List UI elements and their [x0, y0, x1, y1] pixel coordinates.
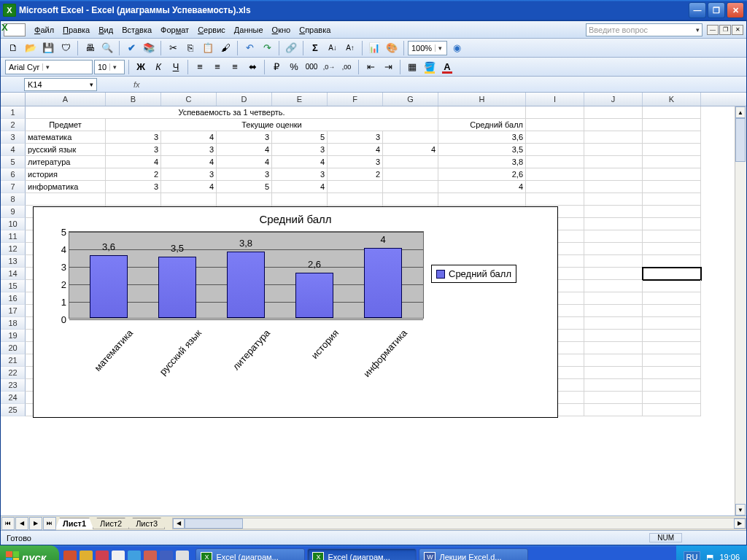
cell-H2[interactable]: Средний балл	[438, 119, 526, 131]
cell-K14[interactable]	[643, 268, 701, 280]
cell-K20[interactable]	[643, 342, 701, 354]
row-header[interactable]: 6	[1, 168, 26, 181]
column-header-G[interactable]: G	[383, 93, 438, 106]
spelling-button[interactable]: ✔	[123, 40, 139, 56]
cell-H4[interactable]: 3,5	[438, 144, 526, 156]
cell-J1[interactable]	[584, 106, 643, 119]
merge-center-button[interactable]: ⬌	[244, 59, 260, 75]
cell-F8[interactable]	[328, 193, 383, 206]
mdi-close-button[interactable]: ✕	[732, 25, 743, 35]
paste-button[interactable]: 📋	[200, 40, 216, 56]
cell-E6[interactable]: 3	[272, 168, 328, 181]
tab-nav-next[interactable]: ▶	[29, 517, 42, 530]
cell-H8[interactable]	[438, 193, 526, 206]
row-header[interactable]: 1	[1, 106, 26, 119]
cell-E8[interactable]	[272, 193, 328, 206]
cell-J25[interactable]	[584, 404, 643, 416]
row-header[interactable]: 14	[1, 268, 26, 280]
menu-data[interactable]: Данные	[230, 24, 268, 36]
cell-K4[interactable]	[643, 144, 701, 156]
cell-J23[interactable]	[584, 379, 643, 392]
cell-J15[interactable]	[584, 280, 643, 292]
row-header[interactable]: 13	[1, 255, 26, 268]
cell-K1[interactable]	[643, 106, 701, 119]
column-header-A[interactable]: A	[26, 93, 106, 106]
format-painter-button[interactable]: 🖌	[217, 40, 233, 56]
document-icon[interactable]	[4, 23, 26, 36]
chart-object[interactable]: Средний балл 0123453,63,53,82,64 математ…	[33, 206, 558, 418]
row-header[interactable]: 22	[1, 367, 26, 379]
cell-C4[interactable]: 3	[161, 144, 217, 156]
cell-J10[interactable]	[584, 218, 643, 230]
column-header-E[interactable]: E	[272, 93, 328, 106]
comma-button[interactable]: 000	[303, 59, 320, 75]
ql-icon-1[interactable]	[63, 551, 77, 560]
cell-C7[interactable]: 4	[161, 181, 217, 193]
increase-decimal-button[interactable]: ,0→	[321, 59, 337, 75]
row-header[interactable]: 3	[1, 131, 26, 144]
language-indicator[interactable]: RU	[684, 551, 701, 560]
cell-D5[interactable]: 4	[217, 156, 272, 168]
hscroll-thumb[interactable]	[185, 518, 243, 529]
row-header[interactable]: 5	[1, 156, 26, 168]
cell-K23[interactable]	[643, 379, 701, 392]
font-color-button[interactable]: A	[439, 59, 455, 75]
borders-button[interactable]: ▦	[404, 59, 420, 75]
menu-tools[interactable]: Сервис	[193, 24, 230, 36]
cell-K2[interactable]	[643, 119, 701, 131]
decrease-decimal-button[interactable]: ,00	[338, 59, 355, 75]
cell-A3[interactable]: математика	[26, 131, 106, 144]
taskbar-item-3[interactable]: WЛекции Excel.d...	[419, 548, 528, 560]
cell-K8[interactable]	[643, 193, 701, 206]
worksheet-grid[interactable]: ABCDEFGHIJK 1Успеваемость за 1 четверть.…	[1, 93, 746, 530]
cell-F5[interactable]: 3	[328, 156, 383, 168]
scroll-up-button[interactable]: ▲	[735, 106, 746, 118]
align-left-button[interactable]: ≡	[192, 59, 208, 75]
cell-A2[interactable]: Предмет	[26, 119, 106, 131]
cell-A8[interactable]	[26, 193, 106, 206]
undo-button[interactable]: ↶	[241, 40, 258, 56]
menu-format[interactable]: Формат	[156, 24, 193, 36]
column-header-J[interactable]: J	[584, 93, 643, 106]
row-header[interactable]: 11	[1, 230, 26, 243]
cell-D4[interactable]: 4	[217, 144, 272, 156]
maximize-button[interactable]: ❐	[708, 2, 725, 18]
cell-K19[interactable]	[643, 330, 701, 342]
row-header[interactable]: 19	[1, 330, 26, 342]
cell-B7[interactable]: 3	[106, 181, 161, 193]
cell-J24[interactable]	[584, 392, 643, 404]
cell-K24[interactable]	[643, 392, 701, 404]
row-header[interactable]: 25	[1, 404, 26, 416]
tab-nav-prev[interactable]: ◀	[15, 517, 28, 530]
cell-K5[interactable]	[643, 156, 701, 168]
column-header-D[interactable]: D	[217, 93, 272, 106]
menu-window[interactable]: Окно	[268, 24, 295, 36]
ql-icon-5[interactable]	[128, 551, 141, 560]
cell-J22[interactable]	[584, 367, 643, 379]
underline-button[interactable]: Ч	[168, 59, 184, 75]
research-button[interactable]: 📚	[141, 40, 157, 56]
cell-K12[interactable]	[643, 243, 701, 255]
cell-I3[interactable]	[526, 131, 584, 144]
row-header[interactable]: 20	[1, 342, 26, 354]
cell-C6[interactable]: 3	[161, 168, 217, 181]
menu-view[interactable]: Вид	[94, 24, 117, 36]
ql-icon-3[interactable]	[96, 551, 109, 560]
cell-K17[interactable]	[643, 305, 701, 317]
font-size-combo[interactable]: 10▾	[94, 60, 125, 74]
scroll-down-button[interactable]: ▼	[735, 504, 746, 516]
permissions-button[interactable]: 🛡	[58, 40, 74, 56]
cell-I6[interactable]	[526, 168, 584, 181]
cell-J2[interactable]	[584, 119, 643, 131]
cell-F4[interactable]: 4	[328, 144, 383, 156]
vertical-scrollbar[interactable]: ▲ ▼	[735, 106, 746, 516]
fill-color-button[interactable]: 🪣	[422, 59, 438, 75]
clock[interactable]: 19:06	[719, 553, 740, 560]
column-header-K[interactable]: K	[643, 93, 701, 106]
cell-A4[interactable]: русский язык	[26, 144, 106, 156]
cell-J19[interactable]	[584, 330, 643, 342]
cell-K3[interactable]	[643, 131, 701, 144]
cell-A5[interactable]: литература	[26, 156, 106, 168]
cell-I1[interactable]	[526, 106, 584, 119]
cell-B6[interactable]: 2	[106, 168, 161, 181]
